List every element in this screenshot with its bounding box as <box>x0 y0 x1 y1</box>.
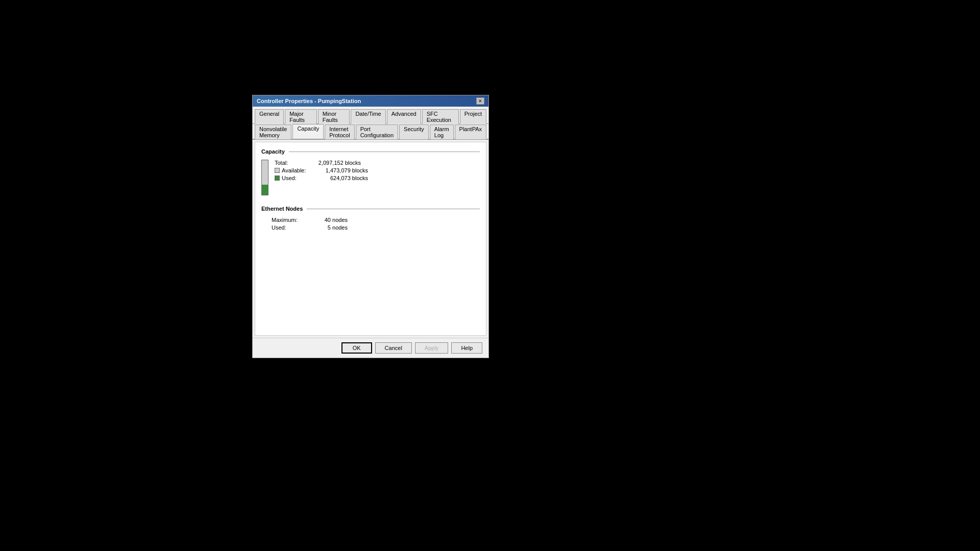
ok-button[interactable]: OK <box>341 342 372 354</box>
ethernet-data: Maximum: 40 nodes Used: 5 nodes <box>272 217 480 231</box>
tab-date-time[interactable]: Date/Time <box>351 109 385 124</box>
ethernet-section-line <box>307 209 480 209</box>
dialog-title: Controller Properties - PumpingStation <box>257 98 361 104</box>
tabs-row1: General Major Faults Minor Faults Date/T… <box>253 107 488 124</box>
memory-bar-available <box>262 160 268 185</box>
tabs-row2: Nonvolatile Memory Capacity Internet Pro… <box>253 124 488 140</box>
ethernet-maximum-row: Maximum: 40 nodes <box>272 217 480 223</box>
dialog-footer: OK Cancel Apply Help <box>253 338 488 358</box>
tab-project[interactable]: Project <box>460 109 486 124</box>
total-label: Total: <box>275 160 308 166</box>
dialog: Controller Properties - PumpingStation ✕… <box>252 95 489 358</box>
tab-sfc-execution[interactable]: SFC Execution <box>422 109 459 124</box>
tab-alarm-log[interactable]: Alarm Log <box>430 124 454 139</box>
capacity-section-header: Capacity <box>261 148 480 155</box>
ethernet-maximum-label: Maximum: <box>272 217 305 223</box>
title-bar: Controller Properties - PumpingStation ✕ <box>253 95 488 107</box>
memory-bar <box>261 160 268 195</box>
ethernet-used-row: Used: 5 nodes <box>272 224 480 231</box>
used-color-box <box>275 176 280 181</box>
tab-nonvolatile-memory[interactable]: Nonvolatile Memory <box>255 124 291 139</box>
help-button[interactable]: Help <box>451 342 482 354</box>
ethernet-section: Ethernet Nodes Maximum: 40 nodes Used: 5… <box>261 206 480 231</box>
tab-port-configuration[interactable]: Port Configuration <box>356 124 398 139</box>
total-row: Total: 2,097,152 blocks <box>275 160 368 166</box>
ethernet-maximum-value: 40 nodes <box>307 217 348 223</box>
capacity-section-title: Capacity <box>261 148 285 155</box>
tab-capacity[interactable]: Capacity <box>292 124 324 139</box>
close-button[interactable]: ✕ <box>476 97 484 105</box>
available-color-box <box>275 168 280 173</box>
used-value: 624,073 blocks <box>317 175 368 181</box>
available-label: Available: <box>282 167 315 173</box>
available-row: Available: 1,473,079 blocks <box>275 167 368 173</box>
apply-button[interactable]: Apply <box>415 342 449 354</box>
tab-plantpax[interactable]: PlantPAx <box>455 124 486 139</box>
cancel-button[interactable]: Cancel <box>375 342 412 354</box>
capacity-data: Total: 2,097,152 blocks Available: 1,473… <box>275 160 368 181</box>
memory-bar-used <box>262 185 268 195</box>
tab-security[interactable]: Security <box>399 124 429 139</box>
tab-major-faults[interactable]: Major Faults <box>285 109 317 124</box>
total-value: 2,097,152 blocks <box>310 160 361 166</box>
content-area: Capacity Total: 2,097,152 blocks Availab… <box>255 142 486 336</box>
tab-advanced[interactable]: Advanced <box>387 109 421 124</box>
tab-general[interactable]: General <box>255 109 284 124</box>
ethernet-used-value: 5 nodes <box>307 224 348 231</box>
ethernet-used-label: Used: <box>272 224 305 231</box>
available-value: 1,473,079 blocks <box>317 167 368 173</box>
used-row: Used: 624,073 blocks <box>275 175 368 181</box>
capacity-section-line <box>289 152 480 152</box>
capacity-data-row: Total: 2,097,152 blocks Available: 1,473… <box>261 160 480 195</box>
ethernet-section-title: Ethernet Nodes <box>261 206 303 212</box>
used-label: Used: <box>282 175 315 181</box>
tab-minor-faults[interactable]: Minor Faults <box>318 109 350 124</box>
tab-internet-protocol[interactable]: Internet Protocol <box>325 124 354 139</box>
ethernet-section-header: Ethernet Nodes <box>261 206 480 212</box>
